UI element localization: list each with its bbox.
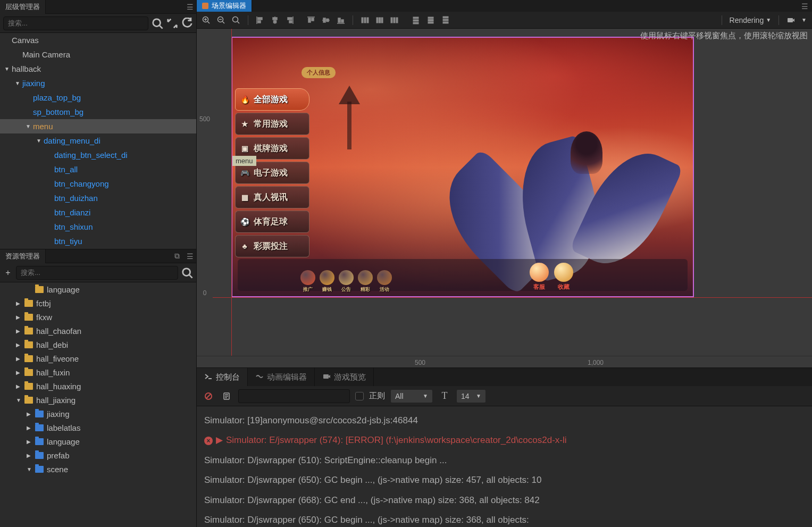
hierarchy-search-input[interactable]: [3, 16, 148, 30]
bottom-icon[interactable]: 推广: [299, 266, 317, 293]
align-hcenter-icon[interactable]: [269, 14, 281, 27]
hamburger-icon[interactable]: ☰: [183, 1, 196, 13]
log-line[interactable]: ×▶Simulator: E/jswrapper (574): [ERROR] …: [204, 430, 805, 450]
asset-node[interactable]: ▶language: [0, 434, 196, 448]
search-icon[interactable]: [152, 18, 163, 29]
expand-arrow-icon[interactable]: ▼: [4, 66, 12, 72]
bottom-icon[interactable]: 公告: [337, 266, 355, 293]
assets-tree[interactable]: language▶fctbj▶fkxw▶hall_chaofan▶hall_de…: [0, 282, 196, 527]
right-icon[interactable]: 收藏: [554, 263, 573, 291]
hierarchy-tree[interactable]: CanvasMain Camera▼hallback▼jiaxingplaza_…: [0, 33, 196, 249]
expand-arrow-icon[interactable]: ▶: [27, 425, 33, 431]
zoom-fit-icon[interactable]: [230, 14, 242, 27]
zoom-in-icon[interactable]: [200, 14, 213, 27]
add-asset-button[interactable]: +: [3, 268, 13, 278]
log-line[interactable]: Simulator: D/jswrapper (510): ScriptEngi…: [204, 450, 805, 470]
zoom-out-icon[interactable]: [215, 14, 228, 27]
align-left-icon[interactable]: [254, 14, 266, 27]
align-vcenter-icon[interactable]: [320, 14, 332, 27]
tree-node[interactable]: ▼jiaxing: [0, 76, 196, 90]
distribute-left-icon[interactable]: [358, 14, 371, 27]
camera-icon[interactable]: [784, 14, 797, 27]
new-window-icon[interactable]: ⧉: [171, 250, 183, 263]
hamburger-icon[interactable]: ☰: [183, 250, 196, 263]
align-bottom-icon[interactable]: [334, 14, 347, 27]
game-menu-item[interactable]: ♣彩票投注: [235, 235, 309, 257]
expand-arrow-icon[interactable]: ▶: [16, 370, 22, 375]
profile-pill[interactable]: 个人信息: [302, 67, 336, 78]
tree-node[interactable]: btn_all: [0, 162, 196, 177]
align-right-icon[interactable]: [283, 14, 296, 27]
expand-arrow-icon[interactable]: ▼: [27, 466, 33, 472]
tree-node[interactable]: btn_changyong: [0, 177, 196, 191]
asset-node[interactable]: ▶hall_debi: [0, 338, 196, 352]
tree-node[interactable]: Canvas: [0, 33, 196, 47]
asset-node[interactable]: ▼scene: [0, 462, 196, 476]
tree-node[interactable]: ▼menu: [0, 119, 196, 133]
expand-arrow-icon[interactable]: ▶: [16, 356, 22, 362]
expand-arrow-icon[interactable]: ▶: [16, 342, 22, 348]
asset-node[interactable]: ▶hall_fuxin: [0, 365, 196, 379]
distribute-bottom-icon[interactable]: [439, 14, 452, 27]
tree-node[interactable]: ▼hallback: [0, 62, 196, 76]
tree-node[interactable]: btn_shixun: [0, 220, 196, 234]
game-menu-item[interactable]: ★常用游戏: [235, 113, 309, 135]
log-line[interactable]: Simulator: D/jswrapper (668): GC end ...…: [204, 490, 805, 510]
camera-dropdown-arrow[interactable]: ▼: [799, 17, 809, 23]
distribute-right-icon[interactable]: [388, 14, 401, 27]
expand-arrow-icon[interactable]: ▼: [36, 138, 44, 144]
tree-node[interactable]: btn_tiyu: [0, 234, 196, 248]
log-line[interactable]: Simulator: D/jswrapper (650): GC begin .…: [204, 510, 805, 527]
clear-console-icon[interactable]: [202, 390, 215, 403]
expand-arrow-icon[interactable]: ▶: [27, 411, 33, 417]
log-level-select[interactable]: All▼: [390, 389, 433, 403]
game-canvas[interactable]: 个人信息 🔥全部游戏★常用游戏▣棋牌游戏🎮电子游戏▦真人视讯⚽体育足球♣彩票投注…: [231, 37, 694, 297]
distribute-top-icon[interactable]: [409, 14, 422, 27]
asset-node[interactable]: ▶hall_fiveone: [0, 352, 196, 365]
tree-node[interactable]: ▼dating_menu_di: [0, 133, 196, 148]
tree-node[interactable]: plaza_top_bg: [0, 90, 196, 105]
game-menu-item[interactable]: ▦真人视讯: [235, 186, 309, 208]
expand-arrow-icon[interactable]: ▶: [216, 435, 223, 445]
console-tab[interactable]: 游戏预览: [315, 368, 374, 386]
distribute-hcenter-icon[interactable]: [373, 14, 386, 27]
tree-node[interactable]: btn_dianzi: [0, 205, 196, 220]
asset-node[interactable]: language: [0, 282, 196, 296]
tree-node[interactable]: btn_duizhan: [0, 191, 196, 205]
asset-node[interactable]: ▶hall_huaxing: [0, 379, 196, 393]
asset-node[interactable]: ▶prefab: [0, 448, 196, 462]
bottom-icon[interactable]: 活动: [375, 266, 394, 293]
assets-tab[interactable]: 资源管理器: [0, 249, 46, 263]
asset-node[interactable]: ▶hall_chaofan: [0, 324, 196, 338]
refresh-icon[interactable]: [181, 18, 193, 29]
expand-arrow-icon[interactable]: ▶: [27, 439, 33, 445]
hamburger-icon[interactable]: ☰: [798, 0, 811, 13]
hierarchy-tab[interactable]: 层级管理器: [0, 0, 46, 14]
tree-node[interactable]: dating_btn_select_di: [0, 148, 196, 162]
tree-node[interactable]: sp_bottom_bg: [0, 105, 196, 119]
distribute-vcenter-icon[interactable]: [424, 14, 437, 27]
scene-viewport[interactable]: 使用鼠标右键平移视窗焦点，使用滚轮缩放视图 5000 5001,000 个人信息…: [197, 29, 812, 367]
expand-arrow-icon[interactable]: ▶: [27, 453, 33, 458]
font-size-select[interactable]: 14▼: [456, 389, 486, 403]
asset-node[interactable]: ▼hall_jiaxing: [0, 393, 196, 407]
right-icon[interactable]: 客服: [530, 263, 549, 291]
expand-arrow-icon[interactable]: ▶: [16, 314, 22, 320]
console-tab[interactable]: 动画编辑器: [248, 368, 315, 386]
bottom-icon[interactable]: 精彩: [356, 266, 374, 293]
console-filter-input[interactable]: [238, 389, 350, 403]
asset-node[interactable]: ▶fctbj: [0, 296, 196, 310]
log-line[interactable]: Simulator: [19]anonymous@src/cocos2d-jsb…: [204, 411, 805, 430]
regex-checkbox[interactable]: [355, 392, 364, 400]
collapse-icon[interactable]: [166, 18, 178, 29]
asset-node[interactable]: ▶labelatlas: [0, 421, 196, 434]
expand-arrow-icon[interactable]: ▶: [16, 383, 22, 389]
search-icon[interactable]: [181, 267, 193, 279]
expand-arrow-icon[interactable]: ▼: [15, 80, 22, 86]
bottom-icon[interactable]: 赚钱: [318, 266, 336, 293]
asset-node[interactable]: ▶fkxw: [0, 310, 196, 324]
text-size-icon[interactable]: T: [438, 390, 451, 403]
align-top-icon[interactable]: [305, 14, 317, 27]
game-menu-item[interactable]: 🔥全部游戏: [235, 88, 309, 111]
rendering-dropdown[interactable]: Rendering ▼: [727, 16, 774, 24]
